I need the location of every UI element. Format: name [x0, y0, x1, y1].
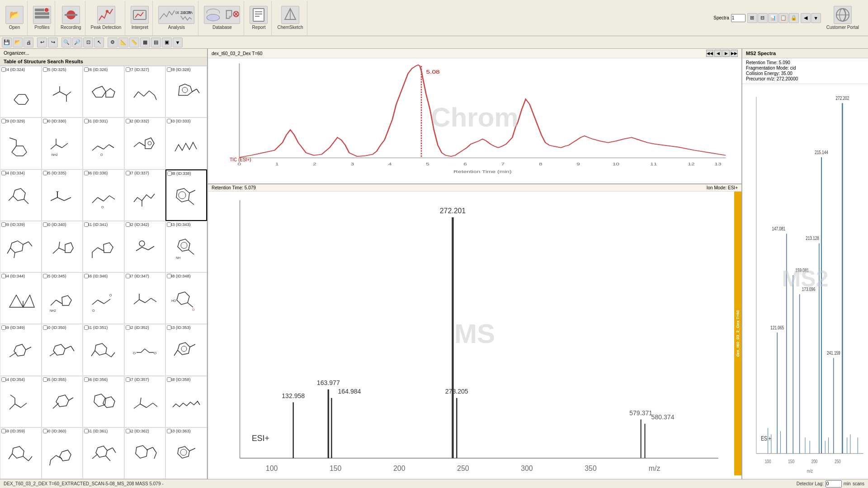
structure-checkbox-347[interactable]	[126, 274, 130, 278]
structure-cell-353[interactable]: 353 (ID:353)	[165, 324, 207, 375]
structure-checkbox-357[interactable]	[126, 377, 130, 382]
structure-checkbox-327[interactable]	[126, 67, 130, 72]
chrom-nav-last[interactable]: ▶▶	[731, 50, 738, 57]
structure-cell-344[interactable]: 344 (ID:344)	[0, 272, 42, 324]
structure-cell-351[interactable]: 351 (ID:351)	[83, 324, 124, 375]
structure-checkbox-358[interactable]	[167, 377, 171, 382]
structure-cell-355[interactable]: 355 (ID:355)	[42, 376, 83, 427]
detector-lag-input[interactable]	[826, 480, 842, 488]
structure-checkbox-324[interactable]	[1, 67, 6, 72]
structure-cell-338[interactable]: 338 (ID:338)	[165, 169, 207, 221]
structure-checkbox-344[interactable]	[1, 274, 6, 278]
structure-checkbox-359[interactable]	[1, 429, 6, 433]
sub-btn-tool1[interactable]: ⚙	[108, 38, 118, 47]
structure-cell-356[interactable]: 356 (ID:356)	[83, 376, 124, 427]
spectra-opt1[interactable]: ◀	[801, 13, 811, 23]
sub-btn-save[interactable]: 💾	[2, 38, 12, 47]
structure-checkbox-334[interactable]	[1, 171, 6, 175]
structure-checkbox-338[interactable]	[167, 171, 172, 176]
structure-cell-332[interactable]: 332 (ID:332)	[124, 117, 166, 169]
structure-checkbox-326[interactable]	[84, 67, 89, 72]
structure-cell-357[interactable]: 357 (ID:357)	[124, 376, 166, 427]
structure-cell-361[interactable]: 361 (ID:361)	[83, 427, 124, 479]
structure-checkbox-339[interactable]	[1, 222, 6, 227]
structure-checkbox-336[interactable]	[84, 171, 89, 175]
structure-cell-346[interactable]: 346 (ID:346)OO	[83, 272, 124, 324]
structure-checkbox-349[interactable]	[1, 325, 6, 330]
structure-checkbox-343[interactable]	[167, 222, 171, 227]
chrom-nav-prev[interactable]: ◀	[714, 50, 722, 57]
structure-cell-341[interactable]: 341 (ID:341)	[83, 221, 124, 272]
structure-checkbox-362[interactable]	[126, 429, 130, 433]
structure-cell-354[interactable]: 354 (ID:354)	[0, 376, 42, 427]
structure-cell-343[interactable]: 343 (ID:343)NH	[165, 221, 207, 272]
sub-btn-tool4[interactable]: ▦	[140, 38, 150, 47]
structure-cell-327[interactable]: 327 (ID:327)	[124, 66, 166, 117]
structure-cell-334[interactable]: 334 (ID:334)	[0, 169, 42, 221]
structure-checkbox-351[interactable]	[84, 325, 89, 330]
structure-checkbox-354[interactable]	[1, 377, 6, 382]
structure-cell-325[interactable]: 325 (ID:325)	[42, 66, 83, 117]
structure-cell-340[interactable]: 340 (ID:340)	[42, 221, 83, 272]
structure-checkbox-335[interactable]	[43, 171, 47, 175]
sub-btn-open2[interactable]: 📂	[13, 38, 23, 47]
structure-checkbox-356[interactable]	[84, 377, 89, 382]
structure-checkbox-342[interactable]	[126, 222, 130, 227]
spectra-grid-btn5[interactable]: 🔒	[789, 13, 799, 23]
sub-btn-fit[interactable]: ⊡	[83, 38, 93, 47]
structure-cell-329[interactable]: 329 (ID:329)	[0, 117, 42, 169]
analysis-button[interactable]: IX 2.0 IXCR ITA	[158, 6, 194, 24]
structure-cell-347[interactable]: 347 (ID:347)	[124, 272, 166, 324]
structure-cell-358[interactable]: 358 (ID:358)	[165, 376, 207, 427]
sub-btn-zoom-in[interactable]: 🔍	[61, 38, 71, 47]
sub-btn-tool5[interactable]: ▤	[151, 38, 161, 47]
structure-checkbox-330[interactable]	[43, 119, 47, 123]
chrom-nav-first[interactable]: ◀◀	[706, 50, 713, 57]
spectra-grid-btn1[interactable]: ⊞	[747, 13, 757, 23]
structure-checkbox-353[interactable]	[167, 325, 171, 330]
structure-cell-335[interactable]: 335 (ID:335)	[42, 169, 83, 221]
open-button[interactable]: 📂	[5, 6, 24, 24]
structure-checkbox-350[interactable]	[43, 325, 47, 330]
structure-checkbox-341[interactable]	[84, 222, 89, 227]
peak-detection-button[interactable]	[97, 6, 115, 24]
chrom-chart[interactable]: Chrom 0 1 2 3 4 5 6 7 8 9 10	[208, 58, 741, 176]
structure-cell-326[interactable]: 326 (ID:326)	[83, 66, 124, 117]
spectra-input[interactable]	[731, 14, 745, 22]
structure-checkbox-331[interactable]	[84, 119, 89, 123]
spectra-grid-btn3[interactable]: 📊	[768, 13, 778, 23]
structure-cell-345[interactable]: 345 (ID:345)NH2	[42, 272, 83, 324]
database-button[interactable]	[204, 6, 240, 24]
sub-btn-dropdown[interactable]: ▼	[173, 38, 183, 47]
structure-cell-336[interactable]: 336 (ID:336)O	[83, 169, 124, 221]
structure-cell-331[interactable]: 331 (ID:331)O	[83, 117, 124, 169]
structure-cell-324[interactable]: 324 (ID:324)	[0, 66, 42, 117]
recording-button[interactable]	[62, 6, 80, 24]
structure-cell-360[interactable]: 360 (ID:360)	[42, 427, 83, 479]
sub-btn-redo[interactable]: ↪	[48, 38, 58, 47]
structure-cell-337[interactable]: 337 (ID:337)	[124, 169, 166, 221]
ms2-chart[interactable]: MS2 100 150 200 250 m/z 272.202 215.144	[742, 84, 868, 479]
spectra-grid-btn2[interactable]: ⊟	[758, 13, 768, 23]
structure-checkbox-355[interactable]	[43, 377, 47, 382]
customer-portal-button[interactable]	[834, 6, 852, 24]
sub-btn-undo[interactable]: ↩	[37, 38, 47, 47]
spectra-opt2[interactable]: ▼	[811, 13, 821, 23]
sub-btn-tool3[interactable]: 📏	[129, 38, 139, 47]
structure-checkbox-325[interactable]	[43, 67, 47, 72]
structure-checkbox-345[interactable]	[43, 274, 47, 278]
structure-checkbox-348[interactable]	[167, 274, 171, 278]
chemsketch-button[interactable]	[281, 6, 299, 24]
organizer-button[interactable]: Organizer...	[0, 49, 207, 57]
structure-checkbox-329[interactable]	[1, 119, 6, 123]
sub-btn-select[interactable]: ↖	[94, 38, 104, 47]
structure-cell-339[interactable]: 339 (ID:339)	[0, 221, 42, 272]
profiles-button[interactable]	[33, 6, 51, 24]
structure-cell-342[interactable]: 342 (ID:342)	[124, 221, 166, 272]
structure-checkbox-328[interactable]	[167, 67, 171, 72]
structure-checkbox-360[interactable]	[43, 429, 47, 433]
structure-checkbox-346[interactable]	[84, 274, 89, 278]
structure-cell-328[interactable]: 328 (ID:328)	[165, 66, 207, 117]
chrom-nav-next[interactable]: ▶	[722, 50, 730, 57]
structure-checkbox-361[interactable]	[84, 429, 89, 433]
